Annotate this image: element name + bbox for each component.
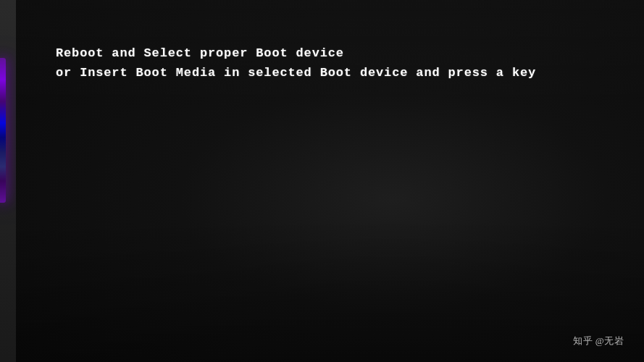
bios-error-line1: Reboot and Select proper Boot device — [56, 43, 601, 63]
screen-vignette — [16, 217, 644, 362]
bios-error-line2: or Insert Boot Media in selected Boot de… — [56, 63, 601, 83]
monitor-frame: Reboot and Select proper Boot device or … — [0, 0, 644, 362]
bios-error-message: Reboot and Select proper Boot device or … — [56, 43, 601, 83]
rgb-lighting-strip — [0, 58, 6, 203]
watermark-label: 知乎 @无岩 — [573, 334, 624, 348]
left-edge-panel — [0, 0, 16, 362]
screen-display: Reboot and Select proper Boot device or … — [16, 0, 644, 362]
